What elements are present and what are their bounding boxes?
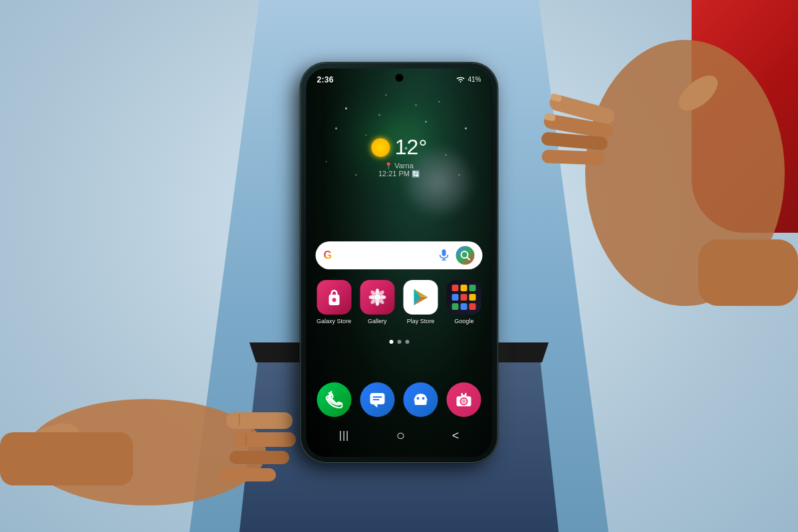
galaxy-store-label: Galaxy Store (317, 318, 351, 325)
battery-text: 41% (467, 76, 481, 83)
weather-temp-display: 12° (371, 135, 427, 160)
dock-samsung-store[interactable] (402, 382, 440, 417)
weather-time: 12:21 PM 🔄 (371, 170, 427, 178)
svg-rect-13 (541, 150, 605, 165)
page-dot-3 (405, 340, 409, 344)
phone-body: 2:36 41% 12° (301, 63, 497, 462)
svg-point-24 (465, 128, 467, 130)
recent-icon: ||| (339, 430, 349, 442)
svg-marker-49 (374, 404, 378, 408)
svg-point-56 (416, 397, 419, 400)
svg-rect-3 (229, 451, 289, 464)
svg-point-26 (356, 174, 357, 176)
google-icon (447, 280, 481, 315)
play-store-label: Play Store (407, 318, 435, 325)
weather-location: 📍 Varna (371, 162, 427, 170)
status-time: 2:36 (317, 75, 334, 84)
app-grid: Galaxy Store (316, 280, 483, 325)
sun-icon (371, 138, 390, 157)
samsung-store-icon (403, 382, 438, 417)
mic-search-icon[interactable] (438, 249, 451, 262)
google-dot-1 (452, 285, 459, 291)
google-dot-2 (461, 285, 467, 291)
svg-rect-32 (442, 249, 446, 256)
home-icon: ○ (396, 427, 405, 444)
scene: 2:36 41% 12° (0, 0, 798, 532)
temperature-text: 12° (395, 135, 427, 160)
svg-point-18 (345, 108, 347, 110)
search-bar[interactable]: G (316, 241, 483, 269)
svg-rect-6 (0, 432, 133, 485)
page-dots (389, 340, 409, 344)
google-dot-6 (469, 294, 476, 301)
google-dot-9 (469, 303, 476, 310)
page-dot-2 (397, 340, 401, 344)
wifi-icon (456, 76, 465, 83)
gallery-icon (360, 280, 394, 315)
svg-point-38 (332, 298, 336, 302)
svg-point-57 (422, 397, 424, 400)
google-dot-4 (452, 294, 459, 301)
svg-rect-2 (233, 432, 296, 447)
svg-rect-48 (370, 393, 385, 404)
google-dot-5 (461, 294, 467, 301)
google-dot-7 (452, 303, 459, 310)
nav-bar: ||| ○ < (316, 424, 483, 448)
phone-call-icon (317, 382, 352, 417)
weather-widget: 12° 📍 Varna 12:21 PM 🔄 (371, 135, 427, 178)
google-dot-3 (469, 285, 476, 291)
status-icons: 41% (456, 76, 481, 83)
dock-messages[interactable] (358, 382, 396, 417)
left-hand (0, 213, 319, 512)
app-item-google[interactable]: Google (446, 280, 482, 325)
gallery-label: Gallery (368, 318, 387, 325)
page-dot-1 (389, 340, 393, 344)
home-button[interactable]: ○ (396, 427, 405, 444)
svg-marker-59 (461, 393, 466, 396)
app-item-gallery[interactable]: Gallery (359, 280, 396, 325)
svg-point-30 (335, 128, 337, 130)
phone-wrapper: 2:36 41% 12° (301, 63, 497, 462)
galaxy-store-icon (317, 280, 351, 315)
app-item-play-store[interactable]: Play Store (402, 280, 439, 325)
right-hand (499, 40, 798, 406)
svg-point-35 (462, 251, 468, 258)
svg-rect-4 (219, 468, 276, 481)
punch-hole-camera (395, 74, 403, 82)
svg-line-36 (467, 257, 470, 260)
app-item-galaxy-store[interactable]: Galaxy Store (316, 280, 352, 325)
back-button[interactable]: < (452, 429, 460, 443)
dock (316, 382, 483, 417)
svg-rect-55 (414, 400, 426, 405)
google-dot-8 (461, 303, 467, 310)
dock-phone[interactable] (316, 382, 354, 417)
svg-rect-15 (698, 239, 798, 306)
phone-screen: 2:36 41% 12° (307, 68, 492, 457)
camera-app-icon (446, 382, 481, 417)
back-icon: < (452, 429, 460, 443)
recent-apps-button[interactable]: ||| (339, 430, 349, 442)
google-g-logo: G (324, 249, 332, 261)
weather-time-text: 12:21 PM (378, 170, 410, 178)
location-text: Varna (394, 162, 414, 170)
google-label: Google (454, 318, 473, 325)
svg-point-25 (326, 161, 327, 162)
svg-rect-1 (226, 412, 293, 429)
messages-app-icon (360, 382, 395, 417)
lens-search-icon[interactable] (456, 246, 475, 265)
svg-point-61 (462, 400, 466, 404)
play-store-icon (404, 280, 438, 315)
dock-camera[interactable] (445, 382, 483, 417)
